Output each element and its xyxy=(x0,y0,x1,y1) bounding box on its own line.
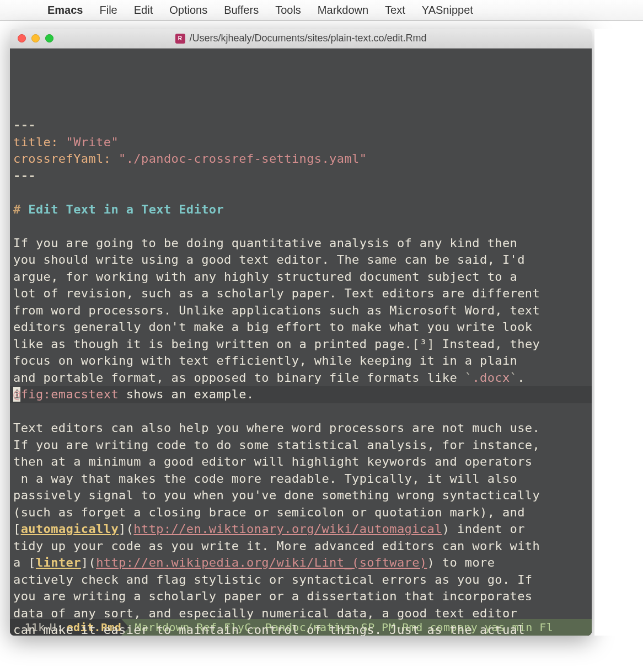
editor-buffer[interactable]: i --- title: "Write" crossrefYaml: "./pa… xyxy=(10,49,592,636)
background-window-strip xyxy=(594,29,643,636)
body-line: Instead, they xyxy=(435,337,540,351)
body-line: (such as forget a closing brace or semic… xyxy=(13,505,525,519)
window-title: /Users/kjhealy/Documents/sites/plain-tex… xyxy=(175,33,426,44)
editor-content: --- title: "Write" crossrefYaml: "./pand… xyxy=(13,117,588,636)
menubar-text[interactable]: Text xyxy=(385,4,405,17)
menubar-markdown[interactable]: Markdown xyxy=(318,4,368,17)
yaml-value-title: "Write" xyxy=(66,135,119,149)
footnote-marker: [³] xyxy=(412,337,435,351)
close-window-button[interactable] xyxy=(18,34,26,42)
maximize-window-button[interactable] xyxy=(45,34,53,42)
menubar-file[interactable]: File xyxy=(100,4,117,17)
yaml-delimiter: --- xyxy=(13,169,36,183)
macos-menubar: Emacs File Edit Options Buffers Tools Ma… xyxy=(0,0,643,21)
traffic-lights xyxy=(18,34,53,42)
markdown-link-url: http://en.wikipedia.org/wiki/Lint_(softw… xyxy=(96,556,427,569)
body-line: then at a minimum a good editor will hig… xyxy=(13,455,533,468)
body-line: argue, for working with any highly struc… xyxy=(13,270,517,284)
body-line: you are writing a scholarly paper or a d… xyxy=(13,589,533,603)
body-line: data of any sort, and especially numeric… xyxy=(13,606,517,620)
yaml-key-crossref: crossrefYaml: xyxy=(13,152,111,166)
body-line: lot of revision, such as a scholarly pap… xyxy=(13,286,540,300)
heading-1: # Edit Text in a Text Editor xyxy=(13,202,224,216)
yaml-value-crossref: "./pandoc-crossref-settings.yaml" xyxy=(119,152,367,166)
body-line: n a way that makes the code more readabl… xyxy=(21,472,518,486)
body-line: actively check and flag stylistic or syn… xyxy=(13,573,533,586)
minimize-window-button[interactable] xyxy=(31,34,40,42)
window-titlebar[interactable]: /Users/kjhealy/Documents/sites/plain-tex… xyxy=(10,29,592,49)
menubar-yasnippet[interactable]: YASnippet xyxy=(422,4,473,17)
body-line: editors generally don't make a big effor… xyxy=(13,320,533,334)
body-line: can make it easier to maintain control o… xyxy=(13,623,525,636)
body-line: focus on working with text efficiently, … xyxy=(13,354,517,367)
body-line: tidy up your code as you write it. More … xyxy=(13,539,540,553)
body-line: Text editors can also help you where wor… xyxy=(13,421,540,435)
figure-reference: @fig:emacstext xyxy=(13,387,119,401)
body-line: If you are going to be doing quantitativ… xyxy=(13,236,517,250)
markdown-link-url: http://en.wiktionary.org/wiki/automagica… xyxy=(133,522,442,536)
file-type-icon xyxy=(175,34,185,44)
body-line: passively signal to you when you've done… xyxy=(13,488,540,502)
body-line: you should write using a good text edito… xyxy=(13,253,525,266)
body-line: from word processors. Unlike application… xyxy=(13,303,540,317)
menubar-options[interactable]: Options xyxy=(169,4,207,17)
inline-code: .docx xyxy=(472,371,510,385)
body-line: like as though it is being written on a … xyxy=(13,337,412,351)
body-line: and portable format, as opposed to binar… xyxy=(13,371,465,385)
menubar-buffers[interactable]: Buffers xyxy=(224,4,259,17)
menubar-app-name[interactable]: Emacs xyxy=(47,4,83,17)
emacs-window: /Users/kjhealy/Documents/sites/plain-tex… xyxy=(10,29,592,636)
body-line: If you are writing code to do some stati… xyxy=(13,438,540,452)
window-title-text: /Users/kjhealy/Documents/sites/plain-tex… xyxy=(189,33,426,44)
menubar-tools[interactable]: Tools xyxy=(275,4,301,17)
menubar-edit[interactable]: Edit xyxy=(134,4,153,17)
markdown-link-text: automagically xyxy=(21,522,119,536)
yaml-delimiter: --- xyxy=(13,118,36,132)
yaml-key-title: title: xyxy=(13,135,58,149)
markdown-link-text: linter xyxy=(36,556,81,569)
